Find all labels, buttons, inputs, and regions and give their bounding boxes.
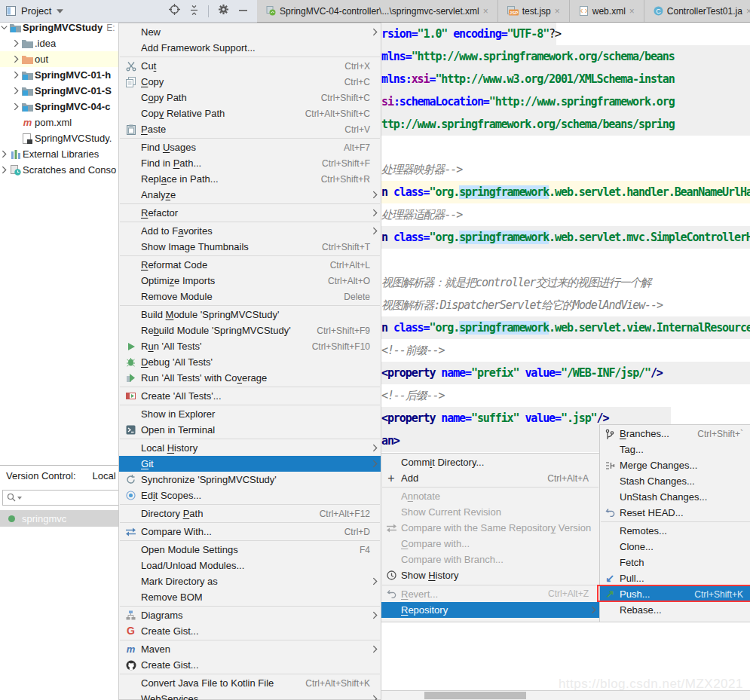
tests-icon: [124, 391, 137, 401]
menu-item-create-gist[interactable]: Create Gist...: [119, 657, 381, 673]
menu-item-reformat-code[interactable]: Reformat CodeCtrl+Alt+L: [119, 257, 381, 273]
menu-item-reset-head[interactable]: Reset HEAD...: [600, 505, 750, 521]
menu-item-rebuild-module-springmvcstudy[interactable]: Rebuild Module 'SpringMVCStudy'Ctrl+Shif…: [119, 322, 381, 338]
menu-item-mark-directory-as[interactable]: Mark Directory as: [119, 573, 381, 589]
label: Maven: [141, 643, 170, 655]
menu-item-diagrams[interactable]: Diagrams: [119, 607, 381, 623]
gear-icon[interactable]: [218, 4, 229, 18]
menu-item-compare-with[interactable]: Compare with...: [381, 536, 599, 552]
chevron-right-icon[interactable]: [13, 71, 20, 79]
menu-item-annotate[interactable]: Annotate: [381, 488, 599, 504]
menu-item-revert[interactable]: Revert...Ctrl+Alt+Z: [381, 586, 599, 602]
search-dropdown-icon[interactable]: [17, 497, 22, 500]
menu-item-remove-module[interactable]: Remove ModuleDelete: [119, 289, 381, 304]
svg-text:JSP: JSP: [510, 11, 518, 15]
menu-item-pull[interactable]: ↙Pull...: [600, 570, 750, 586]
menu-item-show-image-thumbnails[interactable]: Show Image ThumbnailsCtrl+Shift+T: [119, 239, 381, 255]
menu-item-webservices[interactable]: WebServices: [119, 691, 381, 700]
menu-item-copy-path[interactable]: Copy PathCtrl+Shift+C: [119, 90, 381, 105]
menu-item-stash-changes[interactable]: Stash Changes...: [600, 473, 750, 489]
close-icon[interactable]: ×: [555, 6, 560, 17]
menu-item-compare-with-the-same-repository-version[interactable]: Compare with the Same Repository Version: [381, 520, 599, 536]
menu-item-load-unload-modules[interactable]: Load/Unload Modules...: [119, 558, 381, 573]
menu-item-add-framework-support[interactable]: Add Framework Support...: [119, 40, 381, 56]
run-icon: [124, 342, 137, 351]
menu-item-unstash-changes[interactable]: UnStash Changes...: [600, 489, 750, 505]
menu-separator: [120, 606, 380, 607]
tab-springmvc-04-controller-springmvc-servlet-xml[interactable]: SpringMVC-04-controller\...\springmvc-se…: [257, 0, 498, 22]
chevron-right-icon[interactable]: [13, 102, 20, 111]
compare-gray-icon: [385, 524, 397, 533]
menu-item-git[interactable]: Git: [119, 456, 381, 472]
menu-item-clone[interactable]: Clone...: [600, 539, 750, 555]
menu-item-remove-bom[interactable]: Remove BOM: [119, 589, 381, 605]
menu-item-show-in-explorer[interactable]: Show in Explorer: [119, 406, 381, 422]
chevron-down-icon[interactable]: [1, 25, 8, 30]
menu-item-new[interactable]: New: [119, 24, 381, 40]
menu-item-rebase[interactable]: Rebase...: [600, 602, 750, 618]
chevron-right-icon[interactable]: [13, 87, 20, 95]
menu-item-repository[interactable]: Repository: [381, 602, 599, 618]
chevron-right-icon[interactable]: [13, 55, 20, 63]
version-control-search[interactable]: [2, 490, 134, 506]
menu-item-branches[interactable]: Branches...Ctrl+Shift+`: [600, 426, 750, 442]
menu-item-maven[interactable]: mMaven: [119, 641, 381, 657]
menu-item-merge-changes[interactable]: Merge Changes...: [600, 457, 750, 473]
menu-item-show-current-revision[interactable]: Show Current Revision: [381, 504, 599, 520]
label: web.xml: [592, 6, 626, 17]
chevron-right-icon[interactable]: [13, 39, 20, 47]
chevron-down-icon[interactable]: [57, 9, 63, 14]
menu-item-paste[interactable]: PasteCtrl+V: [119, 121, 381, 137]
tab-controllertest01-ja[interactable]: CControllerTest01.ja×: [644, 0, 750, 22]
menu-item-create-all-tests[interactable]: Create 'All Tests'...: [119, 388, 381, 404]
close-icon[interactable]: ×: [746, 6, 750, 17]
menu-shortcut: Ctrl+V: [337, 124, 370, 135]
status-dot-icon: [8, 515, 15, 522]
menu-item-analyze[interactable]: Analyze: [119, 187, 381, 203]
menu-item-show-history[interactable]: Show History: [381, 567, 599, 583]
menu-item-local-history[interactable]: Local History: [119, 440, 381, 456]
menu-item-refactor[interactable]: Refactor: [119, 205, 381, 221]
project-panel-title[interactable]: Project: [21, 5, 51, 17]
menu-item-open-module-settings[interactable]: Open Module SettingsF4: [119, 542, 381, 558]
menu-item-remotes[interactable]: Remotes...: [600, 523, 750, 539]
tab-test-jsp[interactable]: JSPtest.jsp×: [498, 0, 570, 22]
menu-item-commit-directory[interactable]: Commit Directory...: [381, 454, 599, 470]
menu-item-tag[interactable]: Tag...: [600, 442, 750, 457]
menu-item-compare-with[interactable]: Compare With...Ctrl+D: [119, 524, 381, 540]
hide-panel-icon[interactable]: [238, 5, 248, 18]
menu-item-copy[interactable]: CopyCtrl+C: [119, 74, 381, 90]
menu-item-edit-scopes[interactable]: Edit Scopes...: [119, 488, 381, 503]
menu-item-compare-with-branch[interactable]: Compare with Branch...: [381, 552, 599, 567]
close-icon[interactable]: ×: [629, 6, 635, 17]
menu-item-create-gist[interactable]: GCreate Gist...: [119, 623, 381, 639]
locate-icon[interactable]: [169, 4, 180, 18]
menu-item-add[interactable]: +AddCtrl+Alt+A: [381, 470, 599, 486]
menu-item-build-module-springmvcstudy[interactable]: Build Module 'SpringMVCStudy': [119, 307, 381, 322]
menu-item-run-all-tests[interactable]: Run 'All Tests'Ctrl+Shift+F10: [119, 338, 381, 354]
menu-item-run-all-tests-with-coverage[interactable]: Run 'All Tests' with Coverage: [119, 370, 381, 386]
menu-item-add-to-favorites[interactable]: Add to Favorites: [119, 223, 381, 239]
menu-item-fetch[interactable]: Fetch: [600, 555, 750, 570]
menu-item-replace-in-path[interactable]: Replace in Path...Ctrl+Shift+R: [119, 171, 381, 187]
collapse-all-icon[interactable]: [189, 5, 199, 18]
menu-item-find-usages[interactable]: Find UsagesAlt+F7: [119, 139, 381, 155]
menu-item-copy-relative-path[interactable]: Copy Relative PathCtrl+Alt+Shift+C: [119, 105, 381, 121]
close-icon[interactable]: ×: [483, 6, 488, 17]
git-submenu: Commit Directory...+AddCtrl+Alt+AAnnotat…: [381, 453, 600, 622]
menu-item-optimize-imports[interactable]: Optimize ImportsCtrl+Alt+O: [119, 273, 381, 289]
menu-item-convert-java-file-to-kotlin-file[interactable]: Convert Java File to Kotlin FileCtrl+Alt…: [119, 675, 381, 691]
menu-item-directory-path[interactable]: Directory PathCtrl+Alt+F12: [119, 506, 381, 521]
menu-item-synchronize-springmvcstudy[interactable]: Synchronize 'SpringMVCStudy': [119, 472, 381, 488]
menu-item-cut[interactable]: CutCtrl+X: [119, 58, 381, 74]
horizontal-scrollbar-thumb[interactable]: [424, 692, 526, 699]
menu-item-debug-all-tests[interactable]: Debug 'All Tests': [119, 354, 381, 370]
chevron-right-icon[interactable]: [1, 166, 8, 174]
code-line: n class="org.springframework.web.servlet…: [381, 181, 750, 203]
label: Compare with...: [401, 538, 470, 549]
menu-item-open-in-terminal[interactable]: Open in Terminal: [119, 422, 381, 438]
label: Clone...: [620, 541, 654, 552]
menu-item-find-in-path[interactable]: Find in Path...Ctrl+Shift+F: [119, 155, 381, 171]
tab-web-xml[interactable]: web.xml×: [570, 0, 644, 22]
chevron-right-icon[interactable]: [1, 150, 8, 158]
